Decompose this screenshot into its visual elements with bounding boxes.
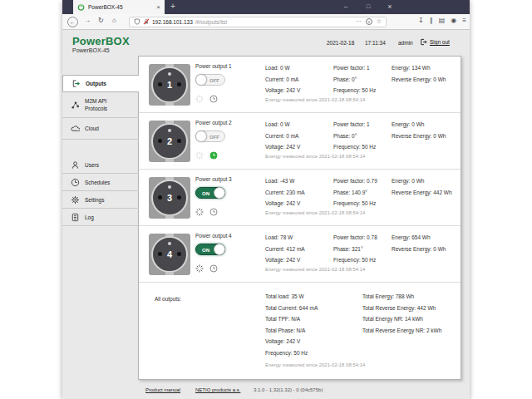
output-toggle-2[interactable]: OFF xyxy=(195,131,225,142)
output-label: Power output 3 xyxy=(195,176,232,182)
output-reverse-energy: Reverse Energy: 0 Wh xyxy=(392,74,446,86)
window-close-button[interactable]: × xyxy=(384,0,396,14)
socket-graphic-3: 3 xyxy=(149,177,190,219)
back-icon[interactable]: ← xyxy=(67,17,78,27)
total-phase: Total Phase: N/A xyxy=(265,325,318,337)
powerbox-page: PowerBOX PowerBOX-45 2021-02-18 17:11:34… xyxy=(62,31,470,399)
product-manual-link[interactable]: Product manual xyxy=(145,387,180,392)
total-load: Total load: 35 W xyxy=(265,291,318,303)
toggle-state-label: OFF xyxy=(209,135,219,140)
sign-out-link[interactable]: Sign out xyxy=(420,38,450,46)
output-voltage: Voltage: 242 V xyxy=(265,141,300,153)
settings-gear-icon xyxy=(71,195,80,204)
address-bar[interactable]: 192.168.101.133/#/outputs/list ⋯ ∨ ☆ xyxy=(129,17,387,27)
browser-toolbar: ← → ↻ ⌂ 192.168.101.133/#/outputs/list ⋯… xyxy=(62,14,470,30)
output-frequency: Frequency: 50 Hz xyxy=(333,254,377,266)
sidebar-label-m2m-line1: M2M API xyxy=(85,97,107,105)
sidebar-label-outputs: Outputs xyxy=(86,81,106,86)
sidebar-item-outputs[interactable]: Outputs xyxy=(62,75,139,92)
schedule-clock-icon xyxy=(209,204,218,219)
output-row-3: 3 Power output 3 ON Load: -43 W Current:… xyxy=(139,170,461,226)
home-icon[interactable]: ⌂ xyxy=(112,17,116,24)
sidebar-item-settings[interactable]: Settings xyxy=(62,191,139,209)
account-icon[interactable]: ◉ xyxy=(451,17,456,24)
sidebar-toggle-icon[interactable]: ▤ xyxy=(439,17,446,24)
library-icon[interactable]: ∥ xyxy=(430,17,433,24)
page-actions-icon[interactable]: ⋯ xyxy=(356,18,362,25)
log-document-icon xyxy=(71,213,80,222)
output-phase: Phase: 321° xyxy=(333,244,377,255)
output-phase: Phase: 140.9° xyxy=(333,187,377,199)
output-toggle-4[interactable]: ON xyxy=(195,244,225,255)
browser-tab[interactable]: PowerBOX-45 × xyxy=(73,0,165,14)
sign-out-label: Sign out xyxy=(430,39,450,45)
output-load: Load: 0 W xyxy=(265,119,300,131)
output-current: Current: 0 mA xyxy=(265,131,300,142)
energy-measured-since: Energy measured since 2021-02-18 08:54:1… xyxy=(265,210,365,215)
forward-icon[interactable]: → xyxy=(84,17,91,24)
window-maximize-button[interactable]: □ xyxy=(362,0,374,14)
new-tab-button[interactable]: + xyxy=(170,0,175,14)
output-frequency: Frequency: 50 Hz xyxy=(333,85,376,96)
output-label: Power output 2 xyxy=(195,120,232,126)
output-frequency: Frequency: 50 Hz xyxy=(333,198,377,209)
shield-icon[interactable] xyxy=(134,18,140,25)
tab-title: PowerBOX-45 xyxy=(88,4,153,10)
tab-close-icon[interactable]: × xyxy=(156,3,160,11)
socket-graphic-2: 2 xyxy=(149,121,190,162)
toggle-knob xyxy=(195,131,207,142)
sidebar-item-cloud[interactable]: Cloud xyxy=(62,118,139,140)
output-row-4: 4 Power output 4 ON Load: 78 W Current: … xyxy=(139,226,461,283)
energy-spark-icon xyxy=(195,204,204,219)
schedule-clock-icon xyxy=(209,91,218,106)
output-energy: Energy: 0 Wh xyxy=(392,119,446,131)
output-reverse-energy: Reverse Energy: 442 Wh xyxy=(392,187,452,199)
total-frequency: Frequency: 50 Hz xyxy=(265,347,318,359)
sidebar-nav: Outputs M2M API Protocols Cloud Users S xyxy=(62,75,139,226)
socket-graphic-1: 1 xyxy=(149,64,190,106)
sidebar-item-log[interactable]: Log xyxy=(62,209,139,226)
header-time: 17:11:34 xyxy=(365,40,386,46)
firmware-version: 3.1.0 - 1.32(1.32) - 0 (04c575b) xyxy=(254,387,323,392)
energy-spark-icon xyxy=(195,91,204,106)
downloads-icon[interactable]: ↧ xyxy=(418,17,424,24)
sidebar-item-m2m-api[interactable]: M2M API Protocols xyxy=(62,92,139,118)
outputs-plug-icon xyxy=(71,79,81,88)
total-voltage: Voltage: 242 V xyxy=(265,336,318,347)
socket-number: 4 xyxy=(153,249,186,259)
sidebar-label-cloud: Cloud xyxy=(85,126,99,131)
output-toggle-1[interactable]: OFF xyxy=(195,74,225,86)
sign-out-icon xyxy=(420,38,427,46)
insecure-lock-icon[interactable] xyxy=(143,18,150,25)
output-phase: Phase: 0° xyxy=(333,74,376,86)
output-voltage: Voltage: 242 V xyxy=(265,254,305,266)
pocket-icon[interactable]: ∨ xyxy=(366,18,372,25)
header-username: admin xyxy=(398,40,413,46)
window-minimize-button[interactable]: – xyxy=(340,0,352,14)
total-tpf: Total TPF: N/A xyxy=(265,313,318,325)
socket-number: 2 xyxy=(153,136,186,146)
output-phase: Phase: 0° xyxy=(333,131,376,142)
socket-pin xyxy=(168,185,171,189)
toggle-knob xyxy=(214,244,225,255)
toggle-state-label: ON xyxy=(202,248,209,253)
socket-number: 1 xyxy=(153,80,186,90)
output-toggle-3[interactable]: ON xyxy=(195,187,225,199)
output-energy: Energy: 0 Wh xyxy=(392,175,452,187)
netio-company-link[interactable]: NETIO products a.s. xyxy=(195,387,240,392)
hamburger-menu-icon[interactable]: ≡ xyxy=(462,17,466,24)
sidebar-item-schedules[interactable]: Schedules xyxy=(62,174,139,191)
sidebar-item-users[interactable]: Users xyxy=(62,156,139,174)
schedule-active-clock-icon xyxy=(209,148,218,163)
reload-icon[interactable]: ↻ xyxy=(98,17,104,24)
socket-face: 2 xyxy=(151,123,188,160)
sidebar-label-users: Users xyxy=(85,162,99,168)
output-label: Power output 4 xyxy=(195,233,232,239)
device-name: PowerBOX-45 xyxy=(72,47,110,53)
bookmark-star-icon[interactable]: ☆ xyxy=(377,18,382,25)
output-power-factor: Power factor: 1 xyxy=(333,119,376,131)
user-icon xyxy=(71,160,80,170)
output-current: Current: 412 mA xyxy=(265,244,305,255)
output-reverse-energy: Reverse Energy: 0 Wh xyxy=(392,131,446,142)
output-voltage: Voltage: 242 V xyxy=(265,85,300,96)
